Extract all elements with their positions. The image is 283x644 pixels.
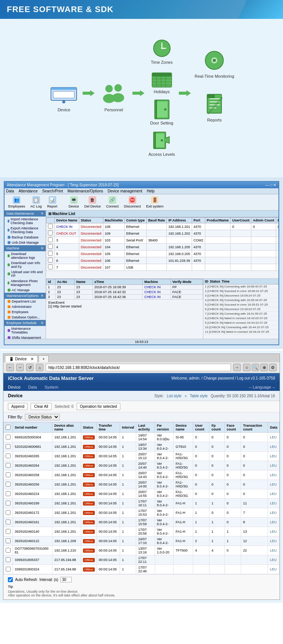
dt-check[interactable] xyxy=(4,565,13,574)
sidebar-download-logs[interactable]: Download attendance logs xyxy=(5,251,46,260)
nav-language[interactable]: -- Language -- xyxy=(249,385,275,389)
sidebar-shifts[interactable]: Shifts Management xyxy=(5,335,46,339)
sidebar-import[interactable]: Import Attendance Checking Data xyxy=(5,217,46,226)
append-btn[interactable]: Append xyxy=(8,403,28,410)
browser-tab-device[interactable]: 📱 Device ✕ xyxy=(5,355,38,362)
filter-select[interactable]: Device Status xyxy=(25,414,60,420)
sidebar-maintenance-options[interactable]: Maintenance/Options✕ xyxy=(5,293,46,299)
settings-btn[interactable]: ⚙ xyxy=(269,364,277,371)
sidebar-employees[interactable]: Employees xyxy=(5,309,46,315)
dt-check[interactable] xyxy=(4,461,13,470)
nav-system[interactable]: System xyxy=(45,385,58,389)
sidebar-db-option[interactable]: Database Option... xyxy=(5,315,46,320)
dt-check[interactable] xyxy=(4,433,13,442)
list-style-btn[interactable]: List style xyxy=(167,394,181,398)
sidebar-timetables[interactable]: Maintenance Timetables xyxy=(5,326,46,335)
dt-status: Offline xyxy=(81,461,97,470)
toolbar-disconnect[interactable]: ⛔ Disconnect xyxy=(123,195,143,209)
menu-search[interactable]: Search/Print xyxy=(42,189,63,193)
dt-check[interactable] xyxy=(4,527,13,536)
dt-face: 0 xyxy=(225,499,241,508)
menu-help[interactable]: Help xyxy=(147,189,155,193)
browser-tab-new[interactable]: + xyxy=(38,355,49,362)
device-row: 3399201800324 217.65.194.88 Offline 00:0… xyxy=(4,565,280,574)
sidebar-dept[interactable]: Department List xyxy=(5,299,46,304)
sidebar-ac-manage[interactable]: AC Manage xyxy=(5,287,46,293)
table-style-btn[interactable]: Table style xyxy=(190,394,208,398)
device-section-title: Device xyxy=(8,393,23,398)
zoom-btn[interactable]: 🔍 xyxy=(252,364,259,371)
machine-row-ip: 192.168.1.202 xyxy=(167,230,192,237)
sidebar-admin[interactable]: Administrator xyxy=(5,304,46,309)
nav-device[interactable]: Device xyxy=(8,385,21,389)
machine-row-check[interactable] xyxy=(46,237,55,244)
machine-row-comm: Ethernet xyxy=(125,244,146,251)
menu-device-mgmt[interactable]: Device management xyxy=(108,189,142,193)
dt-check[interactable] xyxy=(4,508,13,518)
bookmark-btn[interactable]: ⊕ xyxy=(260,364,268,371)
refresh-btn[interactable]: ↺ xyxy=(26,364,34,371)
dt-check[interactable] xyxy=(4,518,13,527)
amp-menubar[interactable]: Data Attendance Search/Print Maintenance… xyxy=(5,188,278,194)
toolbar-del-device[interactable]: 🗑 Del Device xyxy=(83,195,103,209)
machine-row-check[interactable] xyxy=(46,244,55,251)
machine-row-check[interactable] xyxy=(46,251,55,257)
go-btn[interactable]: → xyxy=(233,364,241,371)
machine-row-check[interactable] xyxy=(46,264,55,271)
toolbar-aclog[interactable]: 📋 AC Log xyxy=(29,195,43,209)
sidebar-employee-schedule[interactable]: Employee Schedule✕ xyxy=(5,320,46,326)
toolbar-connect[interactable]: 🔗 Connect xyxy=(105,195,120,209)
home-btn[interactable]: ⌂ xyxy=(36,364,43,371)
tab-close[interactable]: ✕ xyxy=(31,357,34,361)
dt-name: FA1-H xyxy=(174,508,193,518)
nav-data[interactable]: Data xyxy=(28,385,37,389)
amp-window-controls[interactable]: — □ ✕ xyxy=(265,183,276,187)
menu-maintenance[interactable]: Maintenance/Options xyxy=(68,189,103,193)
sidebar-backup[interactable]: Backup Database xyxy=(5,235,46,240)
log-entry: 7 [CHECK IN] Connecting with 16:41:55 07… xyxy=(203,312,278,316)
toolbar-device[interactable]: 💻 Device xyxy=(67,195,81,209)
sidebar-unb[interactable]: Unb.Disk Manage xyxy=(5,240,46,245)
toolbar-employees[interactable]: 👥 Employees xyxy=(7,195,27,209)
machine-row-check[interactable] xyxy=(46,257,55,264)
dt-check[interactable] xyxy=(4,555,13,565)
sidebar-data-maintenance[interactable]: Data Maintenance✕ xyxy=(5,211,46,217)
sidebar-photo[interactable]: Attendance Photo Management xyxy=(5,278,46,287)
clear-all-btn[interactable]: Clear All xyxy=(31,403,51,410)
menu-attendance[interactable]: Attendance xyxy=(18,189,38,193)
dt-check[interactable] xyxy=(4,442,13,452)
dt-interval: 1 xyxy=(120,508,136,518)
dt-check[interactable] xyxy=(4,452,13,461)
forward-btn[interactable]: → xyxy=(16,364,24,371)
sidebar-export[interactable]: Export Attendance Checking Data xyxy=(5,226,46,235)
dt-check[interactable] xyxy=(4,480,13,489)
bt-machine: CHECK IN xyxy=(143,290,171,295)
dt-trans xyxy=(241,565,268,574)
star-btn[interactable]: ☆ xyxy=(243,364,251,371)
sidebar-machine[interactable]: Machine✕ xyxy=(5,245,46,251)
operation-btn[interactable]: Operation for selected xyxy=(77,403,120,410)
sidebar-download-user[interactable]: Download user info and Fp xyxy=(5,260,46,269)
machine-row-check[interactable] xyxy=(46,223,55,230)
machine-row-check[interactable] xyxy=(46,230,55,237)
auto-refresh-cb[interactable] xyxy=(8,577,13,582)
dt-check[interactable] xyxy=(4,536,13,546)
url-bar[interactable] xyxy=(46,364,231,371)
select-all-cb[interactable] xyxy=(6,425,11,430)
col-status: Status xyxy=(79,218,103,223)
interval-input[interactable] xyxy=(60,577,72,583)
menu-data[interactable]: Data xyxy=(6,189,14,193)
back-btn[interactable]: ← xyxy=(6,364,14,371)
door-setting-label: Door Setting xyxy=(150,121,173,125)
dt-check[interactable] xyxy=(4,489,13,499)
machine-row-admin xyxy=(251,237,276,244)
dt-last: 20/07 14:00 xyxy=(136,480,155,489)
dt-check[interactable] xyxy=(4,470,13,480)
toolbar-exit[interactable]: 🚪 Exit system xyxy=(145,195,165,209)
dt-serial: 3929182460224 xyxy=(13,489,52,499)
sidebar-upload-user[interactable]: Upload user info and FP xyxy=(5,269,46,278)
dt-last: 17/07 15:59 xyxy=(136,518,155,527)
dt-check[interactable] xyxy=(4,546,13,555)
toolbar-report[interactable]: 📊 Report xyxy=(46,195,59,209)
dt-check[interactable] xyxy=(4,499,13,508)
